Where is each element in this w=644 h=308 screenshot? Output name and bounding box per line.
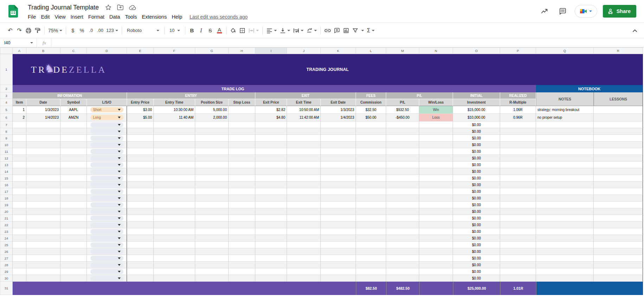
cell[interactable] [195, 148, 229, 155]
cell[interactable] [60, 268, 87, 275]
row-header[interactable]: 19 [0, 202, 13, 208]
cell[interactable] [321, 208, 356, 215]
cell[interactable] [356, 222, 386, 228]
cell[interactable] [87, 255, 127, 262]
cell[interactable] [154, 215, 195, 222]
cell[interactable] [287, 215, 321, 222]
document-title[interactable]: Trading Journal Template [28, 4, 99, 11]
cell[interactable] [127, 182, 154, 188]
column-header-N[interactable]: N [419, 47, 453, 54]
cell-investment[interactable]: $0.00 [453, 262, 500, 268]
cell[interactable] [154, 268, 195, 275]
cell[interactable] [287, 268, 321, 275]
cell[interactable] [87, 122, 127, 128]
cell-win-loss[interactable]: Loss [419, 114, 453, 122]
cell[interactable] [386, 135, 419, 142]
cell-win-loss[interactable]: Win [419, 106, 453, 114]
total-r-multiple[interactable]: 1.01R [500, 282, 536, 295]
cell[interactable] [536, 128, 594, 135]
cell[interactable] [26, 148, 60, 155]
cell[interactable] [594, 162, 643, 168]
cell[interactable] [26, 182, 60, 188]
cell[interactable] [229, 195, 255, 202]
cell[interactable] [195, 262, 229, 268]
cell[interactable] [287, 202, 321, 208]
row-header[interactable]: 1 [0, 54, 13, 85]
cell[interactable] [287, 135, 321, 142]
cell[interactable] [60, 242, 87, 248]
cell[interactable] [195, 195, 229, 202]
cell[interactable] [13, 182, 26, 188]
cell[interactable] [356, 188, 386, 195]
cell[interactable] [195, 168, 229, 175]
row-header[interactable]: 28 [0, 262, 13, 268]
lso-dropdown[interactable] [90, 262, 123, 268]
cell[interactable] [13, 275, 26, 282]
cell-investment[interactable]: $0.00 [453, 122, 500, 128]
text-wrap-icon[interactable] [292, 26, 305, 35]
cell[interactable] [87, 215, 127, 222]
row-header[interactable]: 11 [0, 148, 13, 155]
cell[interactable] [386, 168, 419, 175]
format-percent-button[interactable]: % [77, 26, 87, 35]
row-header[interactable]: 20 [0, 208, 13, 215]
cell[interactable] [287, 255, 321, 262]
cell[interactable] [386, 228, 419, 235]
cell[interactable] [386, 162, 419, 168]
cell[interactable] [60, 275, 87, 282]
cell[interactable] [87, 162, 127, 168]
cell[interactable] [127, 262, 154, 268]
cell-exit-price[interactable]: $4.80 [255, 114, 287, 122]
totals-filler-cell[interactable] [13, 282, 356, 295]
cell[interactable] [13, 188, 26, 195]
font-family-select[interactable]: Roboto [124, 26, 162, 35]
cell[interactable] [229, 215, 255, 222]
cell[interactable] [60, 122, 87, 128]
column-header-G[interactable]: G [195, 47, 229, 54]
cell[interactable] [26, 188, 60, 195]
cell[interactable] [154, 148, 195, 155]
cell[interactable] [13, 235, 26, 242]
cell[interactable] [536, 122, 594, 128]
cell-investment[interactable]: $0.00 [453, 128, 500, 135]
cell-exit-time[interactable]: 10:50:00 AM [287, 106, 321, 114]
cell[interactable] [60, 155, 87, 162]
cell[interactable] [87, 235, 127, 242]
cell[interactable] [500, 215, 536, 222]
cell[interactable] [321, 195, 356, 202]
cell-investment[interactable]: $0.00 [453, 168, 500, 175]
cell[interactable] [386, 188, 419, 195]
lso-dropdown[interactable] [90, 222, 123, 228]
cell-item[interactable]: 2 [13, 114, 26, 122]
cell[interactable] [419, 242, 453, 248]
cell[interactable] [500, 188, 536, 195]
cell[interactable] [229, 168, 255, 175]
cell[interactable] [255, 215, 287, 222]
select-all-corner[interactable] [0, 47, 13, 54]
cell[interactable] [26, 222, 60, 228]
cell-symbol[interactable]: AMZN [60, 114, 87, 122]
cell[interactable] [536, 162, 594, 168]
cell[interactable] [594, 208, 643, 215]
row-header[interactable]: 6 [0, 114, 13, 122]
cell[interactable] [321, 148, 356, 155]
cell[interactable] [594, 255, 643, 262]
cell-investment[interactable]: $0.00 [453, 248, 500, 255]
cell-lso[interactable]: Long [87, 114, 127, 122]
cell[interactable] [255, 268, 287, 275]
cell[interactable] [255, 122, 287, 128]
cell[interactable] [127, 128, 154, 135]
cell[interactable] [60, 135, 87, 142]
cell[interactable] [13, 222, 26, 228]
cell[interactable] [594, 242, 643, 248]
row-header[interactable]: 2 [0, 85, 13, 92]
cell[interactable] [13, 148, 26, 155]
cell-date[interactable]: 1/3/2023 [26, 106, 60, 114]
lso-dropdown[interactable] [90, 156, 123, 161]
cell-investment[interactable]: $0.00 [453, 235, 500, 242]
cell[interactable] [60, 148, 87, 155]
cell[interactable] [255, 248, 287, 255]
trade-log-header[interactable]: TRADE LOG [13, 85, 453, 92]
cell[interactable] [13, 215, 26, 222]
total-investment[interactable]: $25,000.00 [453, 282, 500, 295]
